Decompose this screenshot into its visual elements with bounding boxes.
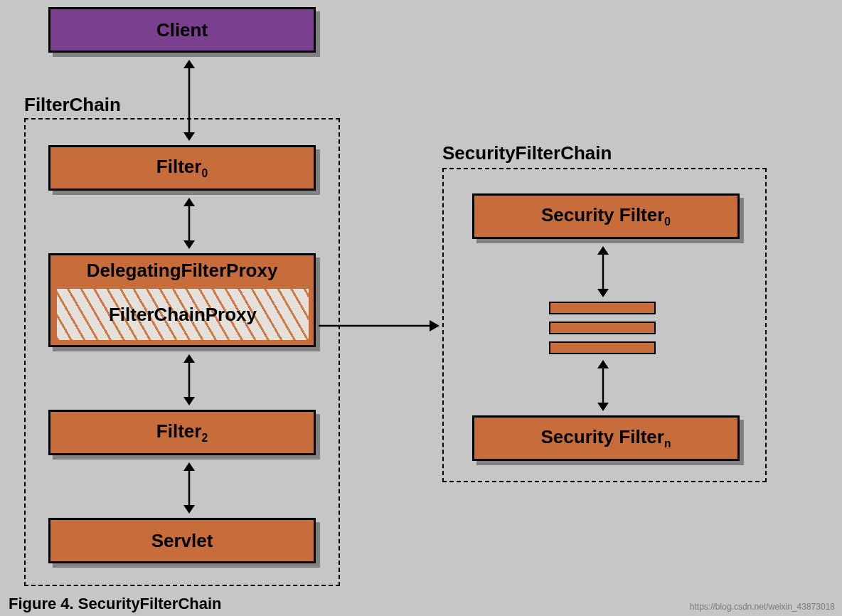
filter0-box: Filter0 bbox=[48, 145, 316, 191]
delegating-filter-proxy-box: DelegatingFilterProxy FilterChainProxy bbox=[48, 253, 316, 347]
arrow-delegating-filter2 bbox=[182, 350, 196, 410]
arrow-filter0-delegating bbox=[182, 193, 196, 253]
filterchain-label: FilterChain bbox=[24, 94, 121, 116]
security-filter0-label: Security Filter0 bbox=[541, 204, 671, 228]
filter-chain-proxy-box: FilterChainProxy bbox=[55, 287, 311, 342]
security-filtern-label: Security Filtern bbox=[541, 426, 671, 450]
filter-chain-proxy-label: FilterChainProxy bbox=[109, 304, 257, 326]
arrow-client-filter0 bbox=[182, 55, 196, 145]
filter2-label: Filter2 bbox=[156, 420, 208, 445]
delegating-title: DelegatingFilterProxy bbox=[50, 255, 314, 285]
bar-3 bbox=[549, 341, 656, 354]
servlet-label: Servlet bbox=[151, 530, 213, 552]
bar-2 bbox=[549, 322, 656, 334]
security-filtern-box: Security Filtern bbox=[472, 415, 740, 461]
bar-1 bbox=[549, 302, 656, 314]
filter0-label: Filter0 bbox=[156, 156, 208, 180]
security-filter0-box: Security Filter0 bbox=[472, 193, 740, 239]
filter2-box: Filter2 bbox=[48, 410, 316, 455]
client-label: Client bbox=[156, 19, 208, 41]
securityfilterchain-label: SecurityFilterChain bbox=[442, 142, 612, 164]
arrow-sf0-bars bbox=[596, 242, 610, 302]
watermark-text: https://blog.csdn.net/weixin_43873018 bbox=[690, 602, 835, 612]
servlet-box: Servlet bbox=[48, 518, 316, 563]
arrow-bars-sfn bbox=[596, 356, 610, 415]
arrow-proxy-securitychain bbox=[319, 319, 445, 333]
figure-caption: Figure 4. SecurityFilterChain bbox=[9, 595, 222, 613]
arrow-filter2-servlet bbox=[182, 458, 196, 518]
client-box: Client bbox=[48, 7, 316, 53]
